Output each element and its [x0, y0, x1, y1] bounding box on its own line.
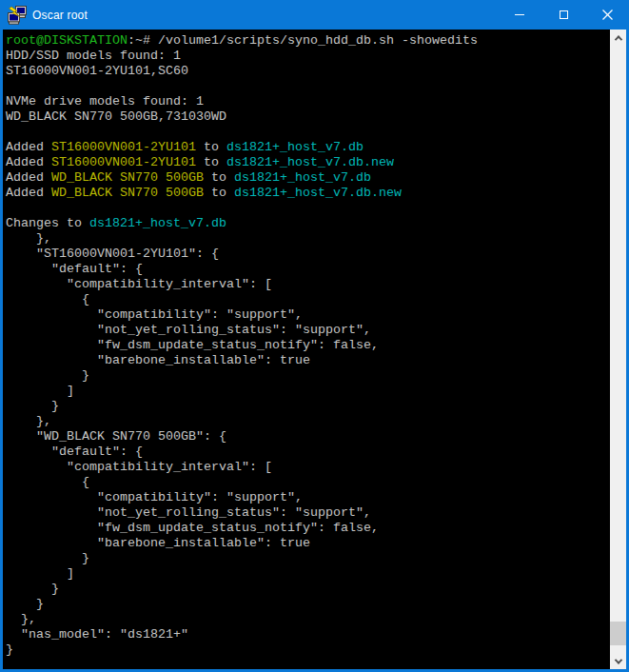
terminal-line: "default": {	[6, 445, 610, 460]
terminal-text-segment: to	[196, 155, 226, 169]
terminal-line: "not_yet_rolling_status": "support",	[6, 505, 610, 521]
maximize-button[interactable]	[541, 0, 585, 30]
terminal-text-segment: Added	[6, 170, 51, 185]
maximize-icon	[560, 10, 568, 19]
scrollbar-thumb[interactable]	[610, 622, 626, 645]
minimize-button[interactable]	[498, 0, 541, 30]
terminal-text-segment: Added	[6, 155, 51, 169]
terminal-text-segment: ds1821+_host_v7.db.new	[226, 155, 394, 169]
terminal-line: root@DISKSTATION:~# /volume1/scripts/syn…	[6, 33, 610, 49]
terminal-screen[interactable]: root@DISKSTATION:~# /volume1/scripts/syn…	[3, 30, 610, 669]
terminal-line: "fw_dsm_update_status_notify": false,	[6, 338, 610, 353]
window-title: Oscar root	[32, 9, 88, 22]
terminal-text-segment: }	[6, 551, 89, 565]
terminal-text-segment: to	[196, 140, 226, 154]
terminal-line: },	[6, 231, 610, 247]
terminal-line: }	[6, 399, 610, 414]
terminal-line: }	[6, 597, 610, 612]
title-bar[interactable]: Oscar root	[0, 0, 629, 30]
terminal-line: ]	[6, 384, 610, 399]
terminal-text-segment: ST16000VN001-2YU101	[51, 155, 196, 169]
terminal-text-segment: "nas_model": "ds1821+"	[6, 627, 188, 642]
terminal-text-segment: WD_BLACK SN770 500GB	[51, 186, 204, 200]
scroll-down-button[interactable]	[610, 653, 626, 669]
terminal-text-segment: ]	[6, 384, 74, 398]
terminal-text-segment: ]	[6, 566, 74, 581]
terminal-text-segment: "fw_dsm_update_status_notify": false,	[6, 338, 379, 352]
terminal-text-segment: ds1821+_host_v7.db	[234, 170, 371, 185]
terminal-text-segment: }	[6, 399, 59, 413]
terminal-text-segment: "compatibility": "support",	[6, 490, 303, 504]
terminal-text-segment: WD_BLACK SN770 500GB,731030WD	[6, 109, 226, 124]
terminal-text-segment: "not_yet_rolling_status": "support",	[6, 505, 371, 520]
terminal-line	[6, 201, 610, 216]
terminal-line: WD_BLACK SN770 500GB,731030WD	[6, 109, 610, 125]
terminal-text-segment: "WD_BLACK SN770 500GB": {	[6, 429, 226, 444]
terminal-text-segment: ds1821+_host_v7.db.new	[234, 186, 402, 200]
terminal-text-segment: "fw_dsm_update_status_notify": false,	[6, 521, 379, 535]
terminal-line	[6, 79, 610, 94]
putty-terminals-icon	[8, 6, 27, 25]
terminal-line: ST16000VN001-2YU101,SC60	[6, 64, 610, 79]
terminal-line: Added WD_BLACK SN770 500GB to ds1821+_ho…	[6, 186, 610, 201]
scrollbar[interactable]	[610, 30, 626, 669]
terminal-line: Changes to ds1821+_host_v7.db	[6, 216, 610, 231]
terminal-line: }	[6, 551, 610, 566]
terminal-line: "nas_model": "ds1821+"	[6, 627, 610, 642]
terminal-line: {	[6, 292, 610, 307]
terminal-text-segment: ST16000VN001-2YU101,SC60	[6, 64, 188, 78]
terminal-text-segment: },	[6, 414, 51, 428]
close-button[interactable]	[585, 0, 629, 30]
terminal-text-segment: "barebone_installable": true	[6, 536, 310, 550]
scroll-up-button[interactable]	[610, 30, 626, 46]
terminal-line: "ST16000VN001-2YU101": {	[6, 247, 610, 262]
terminal-text-segment: Changes to	[6, 216, 89, 230]
terminal-line: ]	[6, 566, 610, 582]
terminal-text-segment: {	[6, 292, 89, 306]
terminal-line: "WD_BLACK SN770 500GB": {	[6, 429, 610, 445]
terminal-text-segment: "compatibility": "support",	[6, 307, 303, 322]
terminal-text-segment: :~# /volume1/scripts/syno_hdd_db.sh -sho…	[128, 33, 478, 48]
terminal-line: Added ST16000VN001-2YU101 to ds1821+_hos…	[6, 140, 610, 155]
terminal-line: "barebone_installable": true	[6, 353, 610, 368]
terminal-text-segment: "default": {	[6, 262, 143, 276]
terminal-text-segment: "compatibility_interval": [	[6, 460, 272, 474]
close-icon	[602, 10, 613, 20]
putty-app-icon[interactable]	[8, 6, 27, 25]
window-controls	[498, 0, 629, 30]
terminal-text-segment: }	[6, 582, 59, 596]
chevron-down-icon	[614, 656, 621, 663]
terminal-line: },	[6, 414, 610, 429]
terminal-text-segment: NVMe drive models found: 1	[6, 94, 204, 109]
terminal-line: "default": {	[6, 262, 610, 277]
terminal-line: Added ST16000VN001-2YU101 to ds1821+_hos…	[6, 155, 610, 170]
terminal-line	[6, 125, 610, 140]
terminal-line: "compatibility_interval": [	[6, 460, 610, 475]
terminal-line: "compatibility_interval": [	[6, 277, 610, 292]
terminal-text-segment: },	[6, 612, 36, 626]
terminal-line: NVMe drive models found: 1	[6, 94, 610, 109]
terminal-text-segment: HDD/SSD models found: 1	[6, 49, 181, 63]
terminal-line: HDD/SSD models found: 1	[6, 49, 610, 64]
terminal-line: "fw_dsm_update_status_notify": false,	[6, 521, 610, 536]
terminal-text-segment: }	[6, 597, 44, 611]
terminal-text-segment: root@DISKSTATION	[6, 33, 128, 48]
terminal-text-segment: "ST16000VN001-2YU101": {	[6, 247, 219, 261]
terminal-line: "compatibility": "support",	[6, 490, 610, 505]
terminal-text-segment: "barebone_installable": true	[6, 353, 310, 367]
terminal-line: }	[6, 368, 610, 384]
terminal-text-segment: ST16000VN001-2YU101	[51, 140, 196, 154]
terminal-line: {	[6, 475, 610, 490]
terminal-text-segment: }	[6, 368, 89, 383]
putty-window: Oscar root root@DISKSTATION:~# /volume1/…	[0, 0, 629, 672]
terminal-line: "barebone_installable": true	[6, 536, 610, 551]
terminal-text-segment: {	[6, 475, 89, 489]
terminal-line: }	[6, 642, 610, 658]
terminal-text-segment: WD_BLACK SN770 500GB	[51, 170, 204, 185]
terminal-text-segment: ds1821+_host_v7.db	[89, 216, 226, 230]
terminal-text-segment: Added	[6, 186, 51, 200]
terminal-line: "compatibility": "support",	[6, 307, 610, 323]
terminal-line: Added WD_BLACK SN770 500GB to ds1821+_ho…	[6, 170, 610, 186]
terminal-text-segment: "not_yet_rolling_status": "support",	[6, 323, 371, 337]
terminal-text-segment: },	[6, 231, 51, 246]
